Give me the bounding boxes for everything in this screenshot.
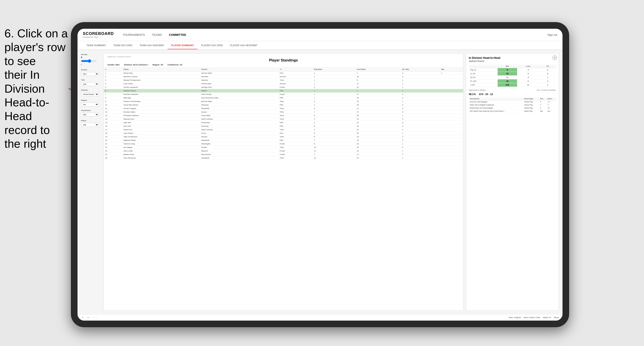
cell-rds: 2 [401,93,440,96]
subnav-team-h2h-grid[interactable]: TEAM H2H GRID [110,42,136,49]
subnav-team-h2h-heatmap[interactable]: TEAM H2H HEATMAP [136,42,168,49]
cell-reg-rank: 1 [313,78,356,82]
nav-committee[interactable]: COMMITTEE [169,32,186,37]
table-row[interactable]: 17 David Ford North Carolina Third 4 21 … [104,128,463,132]
cell-school: Auburn [200,89,278,93]
cell-yr: Fifth [278,125,313,128]
cell-conf-rank: 17 [356,82,401,86]
cell-school: Florida State [200,82,278,86]
cell-rds: 2 [401,100,440,103]
table-row[interactable]: 8 Mats Ege East Tennessee State Fifth 1 … [104,96,463,100]
cell-player: Luke Claton [122,82,200,86]
table-row[interactable]: 7 Nicholas Gabrelcik North Florida Fourt… [104,93,463,96]
table-row[interactable]: 13 Phichakon Maichon Texas A&M Third 6 3… [104,114,463,117]
cell-player: Alex Goff [122,125,200,128]
table-row[interactable]: 9 Preston Summerhays Arizona State Third… [104,100,463,103]
year-select[interactable]: (All) [81,82,99,86]
cell-rds: 8 [401,71,440,75]
cell-reg-rank: 4 [313,107,356,110]
cell-reg-rank: 7 [313,110,356,114]
undo-button[interactable]: ↩ [81,316,84,319]
cell-win [440,149,463,153]
table-row[interactable]: 10 Jacob Mau-Diesen Arkansas Fifth 2 25 … [104,103,463,107]
table-row[interactable]: 24 Bastien Amat New Mexico Fourth 1 27 2 [104,153,463,156]
gender-select[interactable]: Men [81,72,99,76]
table-row[interactable]: 15 Jake Hall Tennessee Fifth 3 22 0 [104,121,463,125]
nav-tournaments[interactable]: TOURNAMENTS [123,32,145,37]
subnav-player-h2h-heatmap[interactable]: PLAYER H2H HEATMAP [226,42,261,49]
subnav-player-summary[interactable]: PLAYER SUMMARY [168,42,198,49]
redo-button[interactable]: ↪ [86,316,90,319]
cell-yr: Third [278,114,313,117]
table-row[interactable]: 25 Cole Sherwood Vanderbilt Third 12 23 … [104,156,463,160]
h2h-cell-tie: 1 [539,76,556,79]
subnav-player-h2h-grid[interactable]: PLAYER H2H GRID [198,42,226,49]
cell-conf-rank: 21 [356,86,401,89]
share-button[interactable]: Share [554,316,559,319]
h2h-breakdown-table: Win Loss Tie Top 10 8 3 2 11-25 20 9 5 2… [469,65,556,87]
cell-yr: Third [278,135,313,139]
cell-player: Nicholas Gabrelcik [122,93,200,96]
cell-win [440,121,463,125]
subnav-team-summary[interactable]: TEAM SUMMARY [83,42,110,49]
table-row[interactable]: 19 Tiger Christensen Arizona Third 8 23 … [104,135,463,139]
table-row[interactable]: 22 Ian Gilligan Florida Third 10 24 1 [104,146,463,149]
table-row[interactable]: 2 Michael La Sasse Ole Miss Second 1 19 … [104,75,463,78]
tournament-row: SEC Match Play hosted by Jerry Pete Roun… [469,110,556,113]
main-content: No Rds. 6 6 Gender Men Year (All) [78,50,562,314]
cell-yr: Third [278,100,313,103]
region-select[interactable]: N/a [81,103,99,106]
cell-conf-rank: 27 [356,93,401,96]
instruction-line5: record to the right [4,123,69,151]
save-custom-view-button[interactable]: Save Custom View [524,316,540,319]
cell-yr: Third [278,78,313,82]
table-row[interactable]: 12 Brendan Valles Auburn Third 7 17 0 [104,110,463,114]
t-col-pos: Pos [539,97,546,100]
sign-out-button[interactable]: Sign out [548,33,557,36]
cell-win [440,93,463,96]
cell-win [440,114,463,117]
table-row[interactable]: 3 Michael Thorbjornsen Stanford Third 1 … [104,78,463,82]
table-row[interactable]: 14 Maxwell Ford North Carolina Third 4 2… [104,117,463,121]
cell-school: Georgia Tech [200,86,278,89]
tournament-table: Tournament Event Type Pos Score Amer Am … [469,97,556,113]
view-original-button[interactable]: View: Original [508,316,521,319]
table-row[interactable]: 6 Jackson Koivun Auburn First 1 1 1 [104,89,463,93]
conference-select[interactable]: (All) [81,113,99,117]
cell-reg-rank: 1 [313,93,356,96]
table-row[interactable]: 21 Taehoon Song Washington Fourth 6 23 1 [104,142,463,146]
table-row[interactable]: 4 Luke Claton Florida State Second 1 17 … [104,82,463,86]
cell-yr: Third [278,156,313,160]
close-button[interactable]: ✕ [552,55,557,60]
t-cell-type: Stroke Play [523,107,539,110]
gender-filter: Gender Men [81,69,101,76]
cell-win [440,96,463,100]
table-row[interactable]: 18 Luke Powell UCLA First 6 24 1 [104,132,463,135]
table-row[interactable]: 23 Jack Lundin Missouri Fourth 11 24 1 [104,149,463,153]
cell-yr: Third [278,146,313,149]
tablet-frame: SCOREBOARD Powered by clippi TOURNAMENTS… [71,22,569,327]
table-row[interactable]: 1 Wenyi Ding Arizona State First 1 1 8 1 [104,71,463,75]
cell-num: 12 [104,110,122,114]
cell-rds: 1 [401,156,440,160]
division-select[interactable]: NCAA Division I [81,92,99,96]
table-row[interactable]: 5 Christo Lamprecht Georgia Tech Fourth … [104,86,463,89]
cell-rds: 1 [401,146,440,149]
table-row[interactable]: 20 Matthew Riedel Vanderbilt Fifth 7 19 … [104,139,463,142]
table-row[interactable]: 16 Alex Goff Kentucky Fifth 8 19 0 [104,125,463,128]
standings-tbody: 1 Wenyi Ding Arizona State First 1 1 8 1… [104,71,463,160]
year-filter: Year (All) [81,79,101,86]
cell-conf-rank: 23 [356,135,401,139]
cell-num: 16 [104,125,122,128]
watch-button[interactable]: Watch ▼ [543,316,551,319]
t-col-event-type: Event Type [523,97,539,100]
cell-rds: 2 [401,96,440,100]
rounds-slider[interactable] [81,59,96,63]
cell-school: Kentucky [200,125,278,128]
forward-button[interactable]: → [92,316,96,319]
nav-teams[interactable]: TEAMS [152,32,162,37]
cell-reg-rank: 8 [313,125,356,128]
player-select[interactable]: (All) [81,123,99,127]
cell-reg-rank: 2 [313,103,356,107]
table-row[interactable]: 11 Gordon Sargent Vanderbilt Third 4 21 … [104,107,463,110]
